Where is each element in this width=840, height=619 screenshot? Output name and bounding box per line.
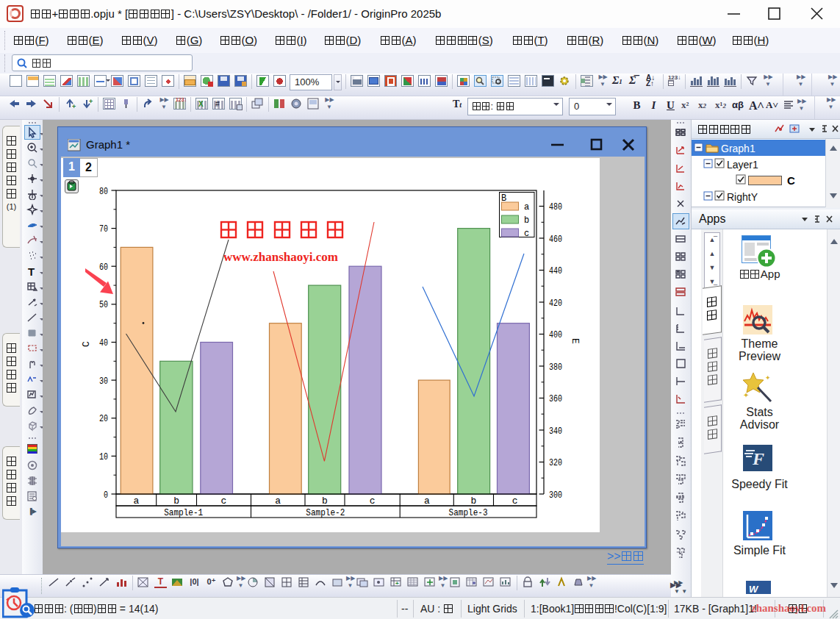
svg-text:380: 380 — [549, 362, 562, 373]
svg-text:b: b — [173, 495, 179, 507]
svg-text:460: 460 — [549, 234, 562, 245]
svg-text:300: 300 — [549, 490, 562, 501]
svg-text:c: c — [512, 495, 518, 507]
svg-text:www.zhanshaoyi.com: www.zhanshaoyi.com — [223, 250, 338, 264]
svg-text:440: 440 — [549, 265, 562, 276]
svg-text:a: a — [133, 495, 139, 507]
svg-text:Sample-2: Sample-2 — [306, 507, 345, 518]
svg-text:10: 10 — [99, 451, 108, 462]
svg-text:+: + — [89, 98, 93, 105]
svg-text:C: C — [81, 341, 92, 347]
svg-text:+: + — [395, 580, 399, 587]
svg-text:80: 80 — [99, 186, 108, 197]
svg-text:0: 0 — [104, 490, 108, 501]
svg-text:a: a — [424, 495, 430, 507]
svg-text:+: + — [72, 103, 76, 110]
svg-text:40: 40 — [99, 337, 108, 348]
svg-text:Sample-1: Sample-1 — [164, 507, 203, 518]
svg-text:340: 340 — [549, 426, 562, 437]
svg-text:c: c — [221, 495, 227, 507]
svg-text:F: F — [752, 449, 764, 468]
svg-text:✦: ✦ — [743, 391, 749, 399]
svg-text:30: 30 — [99, 376, 108, 387]
svg-text:Sample-3: Sample-3 — [449, 507, 488, 518]
svg-text:b: b — [322, 495, 328, 507]
svg-text:E: E — [570, 338, 581, 344]
svg-text:b: b — [524, 215, 529, 226]
svg-text:b: b — [470, 495, 476, 507]
svg-text:420: 420 — [549, 298, 562, 309]
svg-text:60: 60 — [99, 262, 108, 273]
svg-text:✦: ✦ — [765, 374, 771, 382]
svg-text:400: 400 — [549, 329, 562, 340]
svg-text:20: 20 — [99, 413, 108, 424]
svg-text:50: 50 — [99, 299, 108, 310]
svg-text:480: 480 — [549, 201, 562, 212]
svg-text:c: c — [370, 495, 376, 507]
svg-text:a: a — [275, 495, 281, 507]
svg-text:a: a — [524, 202, 529, 212]
svg-text:320: 320 — [549, 457, 562, 468]
svg-text:360: 360 — [549, 393, 562, 404]
svg-text:c: c — [524, 229, 529, 239]
svg-text:70: 70 — [99, 223, 108, 235]
